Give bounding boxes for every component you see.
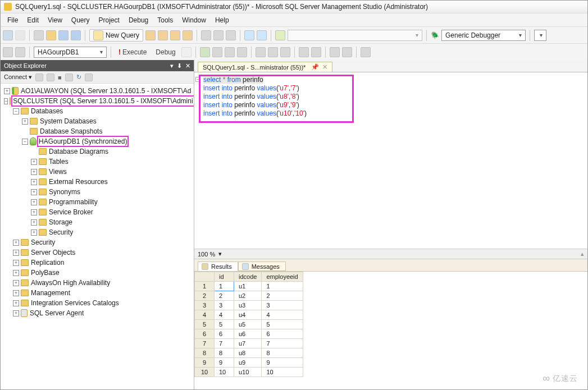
code-fold-icon[interactable]: − bbox=[195, 77, 200, 82]
node-integration-services-catalogs[interactable]: +Integration Services Catalogs bbox=[2, 298, 193, 308]
comment-icon[interactable] bbox=[299, 47, 309, 57]
undo-icon[interactable] bbox=[244, 30, 254, 40]
client-stats-icon[interactable] bbox=[237, 47, 247, 57]
results-text-icon[interactable] bbox=[256, 47, 266, 57]
row-header[interactable]: 2 bbox=[195, 291, 215, 301]
script-icon-4[interactable] bbox=[183, 30, 193, 40]
solution-select[interactable]: ▾ bbox=[288, 30, 422, 41]
expand-icon[interactable]: + bbox=[13, 240, 19, 246]
node-system-databases[interactable]: +System Databases bbox=[2, 116, 193, 126]
node-programmability[interactable]: +Programmability bbox=[2, 197, 193, 207]
parse-icon[interactable] bbox=[200, 47, 210, 57]
table-row[interactable]: 2 2 u2 2 bbox=[195, 291, 303, 301]
expand-icon[interactable]: + bbox=[13, 300, 19, 306]
find-icon[interactable] bbox=[275, 30, 285, 40]
tab-sqlquery1[interactable]: SQLQuery1.sql - S...ministrator (55))* 📌… bbox=[198, 62, 332, 72]
oe-connect-icon[interactable] bbox=[35, 74, 43, 81]
node-tables[interactable]: +Tables bbox=[2, 157, 193, 167]
expand-icon[interactable]: + bbox=[13, 280, 19, 286]
row-header[interactable]: 4 bbox=[195, 310, 215, 320]
col-employeeid[interactable]: employeeid bbox=[262, 272, 303, 282]
oe-pin-icon[interactable]: ⬇ bbox=[177, 62, 182, 70]
save-all-icon[interactable] bbox=[71, 30, 81, 40]
redo-icon[interactable] bbox=[257, 30, 267, 40]
node-replication[interactable]: +Replication bbox=[2, 258, 193, 268]
results-grid-icon[interactable] bbox=[268, 47, 278, 57]
cell-id[interactable]: 7 bbox=[215, 339, 234, 348]
debugger-select[interactable]: Generic Debugger▾ bbox=[441, 30, 526, 41]
oe-filter-icon[interactable] bbox=[65, 74, 73, 81]
expand-icon[interactable]: − bbox=[4, 98, 8, 104]
include-plan-icon[interactable] bbox=[225, 47, 235, 57]
tab-results[interactable]: Results bbox=[198, 261, 238, 271]
table-row[interactable]: 10 10 u10 10 bbox=[195, 368, 303, 377]
cell-id[interactable]: 1 bbox=[215, 282, 234, 291]
menu-debug[interactable]: Debug bbox=[124, 15, 153, 26]
cell-employeeid[interactable]: 3 bbox=[262, 301, 303, 310]
expand-icon[interactable]: + bbox=[31, 189, 37, 195]
sql-editor[interactable]: − select * from perinfoinsert into perin… bbox=[194, 72, 587, 249]
uncomment-icon[interactable] bbox=[311, 47, 321, 57]
row-header[interactable]: 8 bbox=[195, 348, 215, 358]
cell-id[interactable]: 8 bbox=[215, 348, 234, 358]
expand-icon[interactable]: − bbox=[22, 139, 28, 145]
script-icon-1[interactable] bbox=[145, 30, 156, 40]
row-header[interactable]: 1 bbox=[195, 282, 215, 291]
expand-icon[interactable]: + bbox=[13, 270, 19, 276]
specify-values-icon[interactable] bbox=[361, 47, 371, 57]
table-row[interactable]: 6 6 u6 6 bbox=[195, 329, 303, 339]
row-header[interactable]: 6 bbox=[195, 329, 215, 339]
col-idcode[interactable]: idcode bbox=[234, 272, 262, 282]
expand-icon[interactable]: + bbox=[31, 219, 37, 226]
grid-corner[interactable] bbox=[195, 272, 215, 282]
expand-icon[interactable]: + bbox=[13, 260, 19, 266]
script-icon-2[interactable] bbox=[158, 30, 168, 40]
database-select[interactable]: HAGourpDB1▾ bbox=[34, 47, 107, 58]
tab-pin-icon[interactable]: 📌 bbox=[311, 63, 319, 71]
node-hagourpdb1[interactable]: −HAGourpDB1 (Synchronized) bbox=[2, 136, 193, 146]
registered-servers-icon[interactable] bbox=[3, 47, 13, 57]
node-alwayson-high-availability[interactable]: +AlwaysOn High Availability bbox=[2, 278, 193, 288]
node-security[interactable]: +Security bbox=[2, 237, 193, 247]
table-row[interactable]: 5 5 u5 5 bbox=[195, 320, 303, 329]
script-icon-3[interactable] bbox=[170, 30, 180, 40]
table-row[interactable]: 1 1 u1 1 bbox=[195, 282, 303, 291]
expand-icon[interactable]: + bbox=[31, 230, 37, 236]
table-row[interactable]: 3 3 u3 3 bbox=[195, 301, 303, 310]
oe-close-icon[interactable]: ✕ bbox=[185, 62, 190, 70]
node-sql-server-agent[interactable]: +SQL Server Agent bbox=[2, 308, 193, 318]
oe-refresh-icon[interactable]: ↻ bbox=[76, 74, 81, 81]
row-header[interactable]: 9 bbox=[195, 358, 215, 368]
debug-button[interactable]: Debug bbox=[152, 48, 179, 57]
paste-icon[interactable] bbox=[226, 30, 236, 40]
extra-select[interactable]: ▾ bbox=[534, 30, 546, 41]
menu-view[interactable]: View bbox=[43, 15, 67, 26]
cell-idcode[interactable]: u8 bbox=[234, 348, 262, 358]
cell-id[interactable]: 10 bbox=[215, 368, 234, 377]
execute-button[interactable]: ! Execute bbox=[115, 48, 150, 57]
cell-employeeid[interactable]: 8 bbox=[262, 348, 303, 358]
oe-disconnect-icon[interactable] bbox=[47, 74, 54, 81]
nav-back-icon[interactable] bbox=[3, 30, 13, 40]
results-file-icon[interactable] bbox=[280, 47, 290, 57]
menu-bar[interactable]: FileEditViewQueryProjectDebugToolsWindow… bbox=[1, 13, 587, 26]
node-databases[interactable]: −Databases bbox=[2, 106, 193, 116]
cell-id[interactable]: 2 bbox=[215, 291, 234, 301]
cell-employeeid[interactable]: 10 bbox=[262, 368, 303, 377]
oe-tree[interactable]: +AO1\ALWAYON (SQL Server 13.0.1601.5 - I… bbox=[1, 84, 194, 389]
copy-icon[interactable] bbox=[213, 30, 224, 40]
node-management[interactable]: +Management bbox=[2, 288, 193, 298]
menu-edit[interactable]: Edit bbox=[22, 15, 43, 26]
cell-idcode[interactable]: u3 bbox=[234, 301, 262, 310]
tab-close-icon[interactable]: ✕ bbox=[322, 63, 327, 71]
cell-id[interactable]: 5 bbox=[215, 320, 234, 329]
expand-icon[interactable]: + bbox=[22, 118, 28, 125]
object-explorer-icon[interactable] bbox=[15, 47, 25, 57]
expand-icon[interactable]: + bbox=[13, 250, 19, 256]
tab-messages[interactable]: Messages bbox=[238, 261, 286, 271]
row-header[interactable]: 5 bbox=[195, 320, 215, 329]
cell-employeeid[interactable]: 6 bbox=[262, 329, 303, 339]
connect-button[interactable]: Connect ▾ bbox=[4, 74, 32, 81]
cell-idcode[interactable]: u1 bbox=[234, 282, 262, 291]
row-header[interactable]: 7 bbox=[195, 339, 215, 348]
